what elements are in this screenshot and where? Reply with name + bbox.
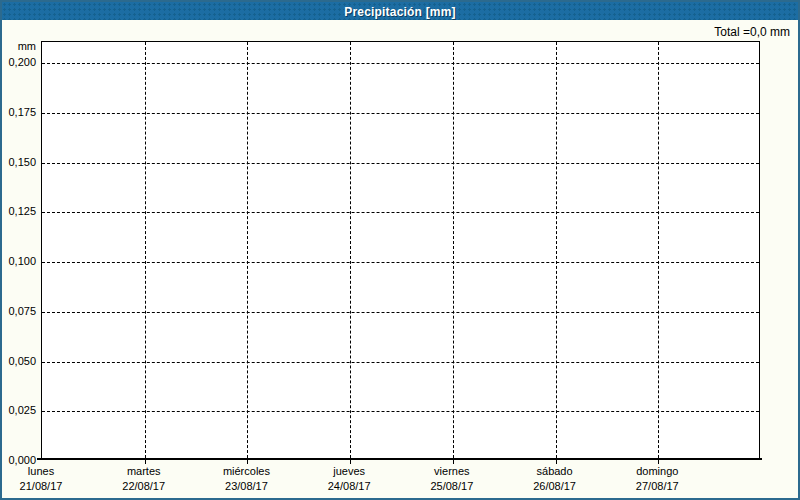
y-tick-label: 0,100 [2,255,36,267]
plot-area [41,41,760,460]
x-axis-labels: lunes21/08/17martes22/08/17miércoles23/0… [2,462,800,500]
h-gridline [42,212,759,213]
x-tick-label-day: domingo [636,464,679,479]
v-gridline [556,42,557,458]
x-tick-label-day: jueves [328,464,371,479]
y-tick-label: 0,050 [2,355,36,367]
x-tick-label-date: 27/08/17 [636,479,679,494]
chart-title-bar: Precipitación [mm] [2,2,798,20]
x-axis-left-nub [37,458,42,460]
h-gridline [42,411,759,412]
x-tick-label-day: miércoles [223,464,270,479]
x-tick-label-day: viernes [430,464,473,479]
x-tick-label: domingo27/08/17 [636,464,679,494]
v-gridline [145,42,146,458]
x-tick-label: lunes21/08/17 [20,464,63,494]
x-tick-label-date: 24/08/17 [328,479,371,494]
y-tick-label: 0,125 [2,205,36,217]
x-tick-label: jueves24/08/17 [328,464,371,494]
x-tick-label-day: martes [122,464,165,479]
x-axis-right-nub [759,458,762,460]
h-gridline [42,362,759,363]
y-tick-label: 0,075 [2,305,36,317]
h-gridline [42,63,759,64]
x-tick-label-date: 25/08/17 [430,479,473,494]
x-tick-label: martes22/08/17 [122,464,165,494]
v-gridline [350,42,351,458]
v-gridline [453,42,454,458]
x-tick-label: sábado26/08/17 [533,464,576,494]
y-tick-label: 0,150 [2,156,36,168]
h-gridline [42,312,759,313]
total-value-label: Total =0,0 mm [714,25,790,39]
y-tick-label: 0,200 [2,56,36,68]
chart-window: Precipitación [mm] Total =0,0 mm mm 0,20… [0,0,800,500]
chart-title: Precipitación [mm] [344,5,456,19]
x-tick-label-date: 22/08/17 [122,479,165,494]
x-tick-label: viernes25/08/17 [430,464,473,494]
y-axis-labels: 0,2000,1750,1500,1250,1000,0750,0500,025… [2,2,36,500]
y-tick-label: 0,025 [2,404,36,416]
x-tick-label-date: 23/08/17 [223,479,270,494]
x-tick-label-date: 26/08/17 [533,479,576,494]
h-gridline [42,113,759,114]
h-gridline [42,262,759,263]
h-gridline [42,163,759,164]
v-gridline [247,42,248,458]
v-gridline [658,42,659,458]
x-tick-label-day: lunes [20,464,63,479]
x-tick-label: miércoles23/08/17 [223,464,270,494]
x-tick-label-date: 21/08/17 [20,479,63,494]
y-tick-label: 0,175 [2,106,36,118]
x-tick-label-day: sábado [533,464,576,479]
